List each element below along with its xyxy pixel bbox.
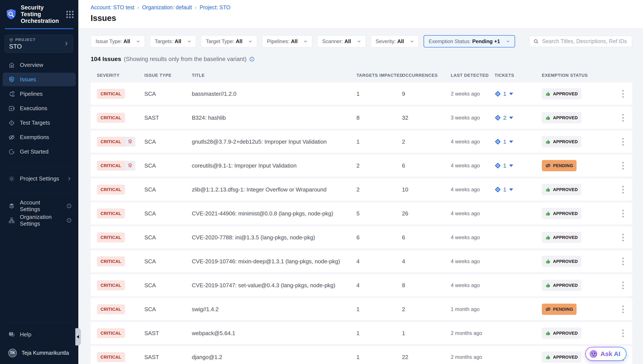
sidebar-item-test-targets[interactable]: Test Targets	[3, 116, 76, 130]
sidebar-item-executions[interactable]: Executions	[3, 102, 76, 115]
ticket-count[interactable]: 2	[503, 114, 506, 121]
exemption-cell: APPROVED	[542, 328, 617, 339]
module-grid-icon[interactable]	[66, 11, 74, 18]
sidebar-item-pipelines[interactable]: Pipelines	[3, 87, 76, 101]
row-menu-button[interactable]	[619, 256, 627, 266]
row-menu-button[interactable]	[619, 161, 627, 171]
row-menu-button[interactable]	[619, 184, 627, 195]
last-detected: 4 weeks ago	[451, 258, 494, 264]
thumbs-up-icon	[545, 330, 551, 336]
filter-severity[interactable]: Severity:All	[371, 35, 419, 48]
jira-ticket-icon[interactable]	[494, 114, 501, 121]
table-row[interactable]: CRITICALSCAswig//1.4.2121 month agoPENDI…	[91, 298, 632, 320]
issue-type: SAST	[144, 354, 192, 360]
ticket-count[interactable]: 1	[503, 162, 506, 169]
row-menu-button[interactable]	[619, 280, 627, 290]
jira-ticket-icon[interactable]	[494, 90, 501, 97]
ticket-dropdown-caret-icon[interactable]	[509, 188, 513, 191]
exemption-status-label: PENDING	[553, 307, 573, 312]
filter-label: Severity:	[376, 38, 396, 44]
filter-target-type[interactable]: Target Type:All	[201, 35, 257, 48]
exemption-status-badge: PENDING	[542, 304, 576, 315]
filter-label: Issue Type:	[96, 38, 122, 44]
search-input[interactable]	[542, 38, 628, 44]
table-row[interactable]: CRITICALSASTB324: hashlib8323 weeks ago2…	[91, 106, 632, 129]
chevron-down-icon	[136, 39, 141, 44]
severity-badge: CRITICAL	[97, 89, 125, 99]
sidebar-item-help[interactable]: ? Help	[3, 328, 76, 341]
info-icon[interactable]	[66, 218, 72, 223]
exemption-status-badge: APPROVED	[542, 256, 581, 267]
ticket-dropdown-caret-icon[interactable]	[509, 164, 513, 167]
occurrences: 2	[402, 138, 451, 145]
info-icon[interactable]	[66, 203, 72, 209]
tickets-cell: 1	[494, 186, 542, 193]
sidebar-item-label: Test Targets	[20, 120, 50, 126]
table-row[interactable]: CRITICALSCACVE-2021-44906: minimist@0.0.…	[91, 202, 632, 225]
table-row[interactable]: CRITICALSCACVE-2019-10746: mixin-deep@1.…	[91, 250, 632, 272]
ticket-count[interactable]: 1	[503, 138, 506, 145]
table-row[interactable]: CRITICALSCAcoreutils@9.1-1: Improper Inp…	[91, 154, 632, 177]
filter-issue-type[interactable]: Issue Type:All	[91, 35, 145, 48]
occurrences: 8	[402, 282, 451, 289]
exemption-status-badge: APPROVED	[542, 232, 581, 243]
severity-cell: CRITICAL	[97, 113, 144, 123]
row-menu-button[interactable]	[619, 137, 627, 147]
tickets-cell: 2	[494, 114, 542, 121]
sidebar-item-project-settings[interactable]: Project Settings	[3, 172, 76, 186]
row-menu-button[interactable]	[619, 232, 627, 242]
table-row[interactable]: CRITICALSCACVE-2019-10747: set-value@0.4…	[91, 274, 632, 296]
table-row[interactable]: CRITICALSCACVE-2020-7788: ini@1.3.5 (lan…	[91, 226, 632, 249]
ticket-dropdown-caret-icon[interactable]	[509, 140, 513, 143]
table-row[interactable]: CRITICALSASTdjango@1.21222 months agoAPP…	[91, 346, 632, 364]
jira-ticket-icon[interactable]	[494, 138, 501, 145]
sidebar-item-overview[interactable]: Overview	[3, 58, 76, 72]
breadcrumb-link-project[interactable]: Project: STO	[200, 4, 230, 10]
filter-value: All	[291, 38, 298, 44]
breadcrumb-link-organization[interactable]: Organization: default	[142, 4, 192, 10]
user-menu[interactable]: TK Teja Kummarikuntla	[3, 346, 76, 360]
row-menu-button[interactable]	[619, 89, 627, 99]
issues-note: (Showing results only from the baseline …	[124, 56, 247, 62]
sidebar-item-organization-settings[interactable]: Organization Settings	[3, 214, 76, 227]
stacked-layers-icon	[125, 137, 135, 147]
sidebar-item-exemptions[interactable]: Exemptions	[3, 130, 76, 144]
table-row[interactable]: CRITICALSCAzlib@1:1.2.13.dfsg-1: Integer…	[91, 178, 632, 201]
severity-cell: CRITICAL	[97, 208, 144, 218]
filter-pipelines[interactable]: Pipelines:All	[262, 35, 312, 48]
exemption-status-badge: APPROVED	[542, 328, 581, 339]
ticket-dropdown-caret-icon[interactable]	[509, 117, 513, 119]
app-logo-shield-icon	[5, 8, 17, 20]
project-selector[interactable]: PROJECT STO	[5, 35, 73, 52]
ticket-dropdown-caret-icon[interactable]	[509, 93, 513, 95]
severity-badge: CRITICAL	[97, 208, 125, 218]
table-row[interactable]: CRITICALSCAgnutls28@3.7.9-2+deb12u5: Imp…	[91, 130, 632, 153]
exemption-status-label: APPROVED	[553, 355, 578, 360]
filter-targets[interactable]: Targets:All	[150, 35, 196, 48]
ticket-count[interactable]: 1	[503, 90, 506, 97]
severity-badge: CRITICAL	[97, 184, 125, 194]
jira-ticket-icon[interactable]	[494, 162, 501, 169]
ticket-count[interactable]: 1	[503, 186, 506, 193]
filter-exemption-status[interactable]: Exemption Status:Pending +1	[424, 35, 515, 48]
column-header-occurrences: OCCURRENCES	[402, 73, 451, 78]
tickets-cell: 1	[494, 162, 542, 169]
table-row[interactable]: CRITICALSASTwebpack@5.64.1112 months ago…	[91, 322, 632, 344]
targets-impacted: 1	[356, 138, 402, 145]
table-row[interactable]: CRITICALSCAbassmaster//1.2.0192 weeks ag…	[91, 82, 632, 105]
row-menu-button[interactable]	[619, 113, 627, 123]
info-icon[interactable]	[249, 56, 255, 62]
sidebar-item-get-started[interactable]: Get Started	[3, 145, 76, 158]
row-menu-button[interactable]	[619, 304, 627, 314]
breadcrumb-link-account[interactable]: Account: STO test	[91, 4, 134, 10]
row-menu-button[interactable]	[619, 208, 627, 219]
sidebar-item-issues[interactable]: Issues	[3, 73, 76, 86]
jira-ticket-icon[interactable]	[494, 186, 501, 193]
ask-ai-button[interactable]: Ask AI	[585, 347, 626, 361]
chevron-down-icon	[357, 39, 361, 44]
exemption-status-badge: PENDING	[542, 160, 576, 171]
row-menu-button[interactable]	[619, 328, 627, 338]
sidebar-item-account-settings[interactable]: Account Settings	[3, 199, 76, 212]
filter-scanner[interactable]: Scanner:All	[317, 35, 366, 48]
sidebar-collapse-handle[interactable]	[75, 328, 81, 346]
